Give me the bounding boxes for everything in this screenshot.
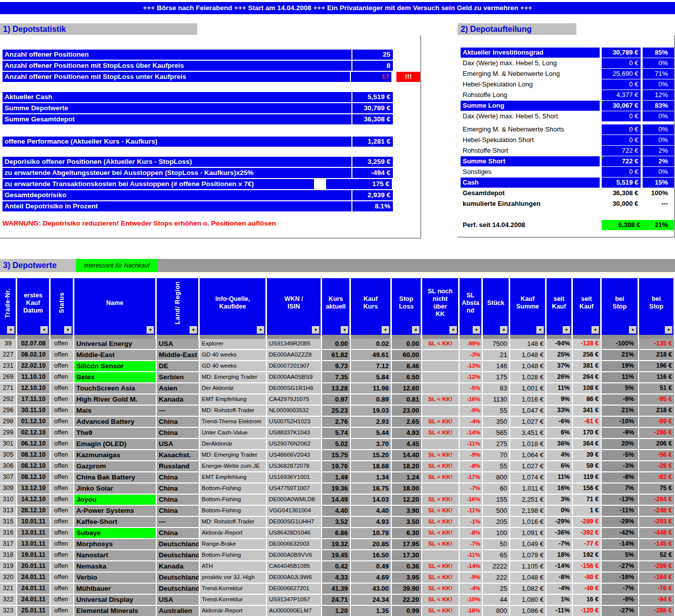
cell-stueck[interactable]: 155 (483, 495, 510, 506)
cell-kauf[interactable]: 5.84 (351, 372, 392, 383)
cell-sl[interactable]: SL < KK! (422, 428, 460, 439)
cell-bsp[interactable]: 21% (602, 406, 639, 417)
allocation-label-cell[interactable]: Rohstoffe Short (461, 146, 600, 156)
cell-stueck[interactable]: 55 (483, 406, 510, 417)
cell-info[interactable]: EMT Empfehlung (200, 472, 267, 483)
cell-stueck[interactable]: 21 (483, 350, 510, 361)
allocation-label-cell[interactable]: Emerging M. & Nebenwerte Shorts (461, 124, 600, 135)
cell-info[interactable]: Trend-Korrektur (200, 595, 267, 606)
allocation-amount-cell[interactable]: 4,377 € (602, 90, 641, 100)
cell-wkn[interactable]: DE000A0B9VV6 (267, 550, 322, 561)
cell-status[interactable]: offen (51, 550, 74, 561)
cell-stueck[interactable]: 800 (483, 606, 510, 616)
header-wkn[interactable]: WKN / ISIN▼ (267, 278, 322, 335)
cell-kurs[interactable]: 13.28 (322, 383, 351, 394)
filter-button-stueck[interactable]: ▼ (500, 326, 508, 334)
cell-name[interactable]: Jinko Solar (74, 483, 157, 495)
cell-bsp[interactable]: 21% (602, 350, 639, 361)
cell-kurs[interactable]: 14.49 (322, 495, 351, 506)
cell-bsp[interactable]: 5% (602, 383, 639, 394)
cell-skp[interactable]: 25% (547, 350, 573, 361)
allocation-label-cell[interactable]: Dax (Werte) max. Hebel 5, Short (461, 111, 600, 121)
cell-date[interactable]: 11.10.10 (17, 372, 51, 383)
cell-land[interactable]: USA (157, 339, 200, 350)
cell-bsp[interactable]: -29% (602, 517, 639, 528)
cell-wkn[interactable]: VGG041361004 (267, 506, 322, 517)
cell-date[interactable]: 08.12.10 (17, 461, 51, 472)
filter-button-sl[interactable]: ▼ (449, 326, 457, 334)
cell-stueck[interactable]: 565 (483, 428, 510, 439)
allocation-percent-cell[interactable]: 21% (643, 220, 674, 230)
cell-summe[interactable]: 1,105 € (510, 561, 547, 573)
cell-ske[interactable]: -80 € (573, 573, 602, 584)
header-land[interactable]: Land/ Region▼ (157, 278, 200, 335)
cell-slabs[interactable]: -11% (460, 439, 483, 450)
cell-skp[interactable]: 0% (547, 506, 573, 517)
cell-name[interactable]: Nemaska (74, 561, 157, 573)
cell-stueck[interactable]: 25 (483, 584, 510, 595)
cell-date[interactable]: 08.02.10 (17, 350, 51, 361)
stat-value-cell[interactable]: 2,939 € (352, 190, 393, 200)
cell-summe[interactable]: 1,048 € (510, 361, 547, 372)
cell-sl[interactable] (422, 439, 460, 450)
cell-skp[interactable]: 9% (547, 394, 573, 406)
header-trade[interactable]: Trade-Nr.▼ (0, 278, 17, 335)
cell-bsp[interactable]: -9% (602, 595, 639, 606)
cell-name[interactable]: Advanced Battery (74, 417, 157, 428)
cell-stop[interactable]: 18.00 (392, 483, 422, 495)
cell-ske[interactable]: 16 € (573, 595, 602, 606)
cell-slabs[interactable]: -9% (460, 406, 483, 417)
cell-date[interactable]: 24.01.11 (17, 584, 51, 595)
cell-trade[interactable]: 231 (0, 361, 17, 372)
cell-skp[interactable]: -11% (547, 606, 573, 616)
cell-slabs[interactable]: -9% (460, 573, 483, 584)
filter-button-wkn[interactable]: ▼ (312, 326, 320, 334)
allocation-label-cell[interactable]: Aktueller Investitionsgrad (461, 48, 600, 58)
cell-status[interactable]: offen (51, 461, 74, 472)
cell-summe[interactable]: 1,080 € (510, 595, 547, 606)
cell-trade[interactable]: 39 (0, 339, 17, 350)
cell-trade[interactable]: 271 (0, 383, 17, 394)
cell-bsp[interactable]: -27% (602, 561, 639, 573)
cell-summe[interactable]: 2,251 € (510, 495, 547, 506)
cell-kauf[interactable]: 1.34 (351, 472, 392, 483)
cell-date[interactable]: 13.12.10 (17, 483, 51, 495)
cell-trade[interactable]: 323 (0, 606, 17, 616)
cell-stop[interactable]: 22.20 (392, 595, 422, 606)
header-status[interactable]: Status▼ (51, 278, 74, 335)
cell-status[interactable]: offen (51, 539, 74, 550)
cell-slabs[interactable]: -4% (460, 417, 483, 428)
cell-summe[interactable]: 1,027 € (510, 461, 547, 472)
cell-name[interactable]: The9 (74, 428, 157, 439)
cell-summe[interactable]: 3,451 € (510, 428, 547, 439)
cell-stueck[interactable]: 175 (483, 372, 510, 383)
cell-date[interactable]: 24.01.11 (17, 595, 51, 606)
cell-bse[interactable]: -26 € (639, 461, 675, 472)
cell-ske[interactable]: -40 € (573, 584, 602, 595)
cell-skp[interactable]: -14% (547, 561, 573, 573)
cell-land[interactable]: Kanada (157, 394, 200, 406)
cell-name[interactable]: Kazmunaigas (74, 450, 157, 461)
cell-sl[interactable] (422, 372, 460, 383)
cell-bse[interactable]: -164 € (639, 573, 675, 584)
cell-status[interactable]: offen (51, 528, 74, 539)
cell-date[interactable]: 25.01.11 (17, 606, 51, 616)
allocation-amount-cell[interactable]: 0 € (602, 124, 641, 135)
cell-status[interactable]: offen (51, 584, 74, 595)
cell-summe[interactable]: 148 € (510, 339, 547, 350)
cell-stueck[interactable]: 275 (483, 439, 510, 450)
cell-trade[interactable]: 315 (0, 517, 17, 528)
cell-stop[interactable]: 18.20 (392, 461, 422, 472)
cell-kurs[interactable]: 4.40 (322, 506, 351, 517)
cell-trade[interactable]: 321 (0, 584, 17, 595)
allocation-amount-cell[interactable]: 0 € (602, 135, 641, 145)
cell-status[interactable]: offen (51, 361, 74, 372)
cell-skp[interactable]: 4% (547, 450, 573, 461)
allocation-percent-cell[interactable]: 0% (643, 79, 674, 90)
cell-stop[interactable]: 3.95 (392, 573, 422, 584)
cell-sl[interactable] (422, 406, 460, 417)
cell-land[interactable]: --- (157, 517, 200, 528)
cell-land[interactable]: Deutschland (157, 539, 200, 550)
cell-stop[interactable]: 4.93 (392, 428, 422, 439)
cell-trade[interactable]: 319 (0, 561, 17, 573)
